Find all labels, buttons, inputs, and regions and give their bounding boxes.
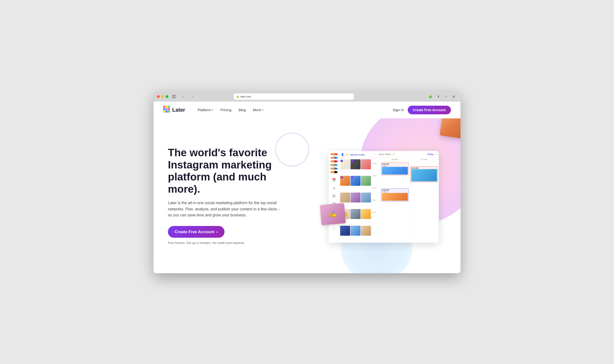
show-filters-text[interactable]: Show Filters: [379, 153, 391, 155]
app-panel: IG f P: [329, 151, 439, 243]
sidebar-instagram[interactable]: IG: [330, 153, 338, 155]
next-week-button[interactable]: ›: [436, 153, 437, 156]
platform-nav-item[interactable]: Platform ▾: [195, 106, 216, 114]
sidebar-pinterest[interactable]: P: [330, 160, 338, 162]
media-header: Upload media: [339, 151, 372, 158]
sidebar-twitter[interactable]: t: [330, 164, 338, 166]
grid-icon-btn[interactable]: ⊞: [330, 184, 338, 192]
tabs-button[interactable]: ⊞: [450, 94, 457, 99]
media-thumb-6[interactable]: [361, 176, 371, 186]
media-thumb-13[interactable]: [340, 225, 350, 235]
media-thumb-12[interactable]: [361, 209, 371, 219]
time-2pm: 2PM: [372, 211, 380, 223]
logo-icon: [163, 106, 172, 114]
url-text: later.com: [241, 95, 251, 98]
sidebar-tiktok[interactable]: ♪: [330, 171, 338, 173]
prev-week-button[interactable]: ‹: [435, 153, 436, 156]
minimize-button[interactable]: [161, 95, 164, 98]
filter-icon[interactable]: ⚡: [392, 153, 395, 156]
media-thumb-8[interactable]: [350, 192, 360, 203]
calendar-navigation: ‹ ›: [435, 153, 437, 156]
calendar-event-1[interactable]: 10:00 AM ↺ Auto: [381, 162, 409, 175]
media-thumb-7[interactable]: [340, 192, 350, 203]
event-image-3: [382, 193, 408, 201]
hero-cta-arrow-icon: ›: [216, 229, 218, 234]
hero-cta-button[interactable]: Create Free Account ›: [168, 226, 224, 238]
monday-header: 28 MON: [380, 158, 409, 161]
svg-rect-9: [165, 110, 168, 113]
nav-cta-button[interactable]: Create Free Account: [408, 106, 451, 114]
tiktok-overlay-icon: ♪: [334, 171, 338, 173]
check-icon-btn[interactable]: ✓: [330, 225, 338, 233]
media-thumb-15[interactable]: [361, 225, 371, 235]
media-thumb-3[interactable]: [361, 159, 371, 169]
more-chevron: ▾: [262, 109, 263, 111]
upload-media-text: Upload media: [350, 153, 365, 156]
selected-badge: ✓: [351, 160, 353, 162]
media-thumb-9[interactable]: [361, 192, 371, 203]
image-icon-btn[interactable]: 🖼: [330, 192, 338, 200]
auto-icon-1: ↺: [382, 165, 383, 167]
share-button[interactable]: ⬆: [435, 94, 442, 99]
auto-icon-3: ↺: [382, 191, 383, 193]
linkedin-overlay-icon: in: [334, 167, 338, 170]
selected-badge: ✓: [351, 176, 353, 179]
calendar-days: 28 MON 10:00 AM ↺ Auto: [380, 158, 439, 243]
sidebar-linkedin[interactable]: in: [330, 167, 338, 170]
logo-text: Later: [172, 107, 185, 113]
svg-rect-4: [168, 106, 170, 108]
tuesday-header: 29 TUE: [410, 158, 439, 161]
calendar-header: ☆ Show Filters ⚡ Today ‹ ›: [372, 151, 439, 158]
maximize-button[interactable]: [165, 95, 168, 98]
blog-label: Blog: [239, 108, 246, 112]
lock-icon: 🔒: [236, 95, 239, 98]
media-thumb-5[interactable]: ✓: [350, 176, 360, 186]
calendar-event-3[interactable]: 12:35 PM ↺ Auto: [381, 188, 409, 201]
svg-marker-11: [346, 153, 348, 156]
calendar-panel: ☆ Show Filters ⚡ Today ‹ ›: [372, 151, 439, 243]
event-image-1: [382, 167, 408, 174]
more-nav-item[interactable]: More ▾: [250, 106, 266, 114]
selected-badge: ✓: [341, 160, 343, 162]
twitter-overlay-icon: t: [334, 164, 338, 166]
forward-button[interactable]: ›: [189, 94, 196, 99]
nav-right: Sign In Create Free Account: [393, 106, 451, 114]
event-time-2: 11:00 AM: [411, 167, 437, 169]
logo-link[interactable]: Later: [163, 106, 185, 114]
browser-toolbar: ‹ › 🔒 later.com 🧩 ⬆ + ⊞: [153, 91, 461, 102]
close-button[interactable]: [157, 95, 160, 98]
extensions-button[interactable]: 🧩: [427, 94, 434, 99]
more-options-btn[interactable]: ···: [330, 233, 338, 241]
media-thumb-4[interactable]: ✓: [340, 176, 350, 186]
platform-chevron: ▾: [212, 109, 213, 111]
favorite-star-button[interactable]: ☆: [374, 152, 377, 156]
tuesday-column: 29 TUE 11:00 AM: [410, 158, 439, 243]
sidebar-facebook[interactable]: f: [330, 156, 338, 159]
dropbox-icon: [341, 153, 344, 156]
media-thumb-14[interactable]: [350, 225, 360, 235]
media-thumb-2[interactable]: ✓: [350, 159, 360, 169]
back-button[interactable]: ‹: [180, 94, 187, 99]
media-thumb-1[interactable]: ✓: [340, 159, 350, 169]
hero-cta-label: Create Free Account: [175, 230, 214, 234]
signin-button[interactable]: Sign In: [393, 108, 404, 112]
event-time-1: 10:00 AM: [382, 163, 408, 165]
traffic-lights: [157, 95, 168, 98]
calendar-event-2[interactable]: 11:00 AM: [410, 166, 438, 182]
svg-rect-5: [163, 108, 165, 110]
blog-nav-item[interactable]: Blog: [236, 106, 249, 114]
media-thumb-11[interactable]: [350, 209, 360, 219]
decorative-orange-photo: [440, 118, 461, 140]
event-time-3: 12:35 PM: [382, 189, 408, 191]
sidebar-toggle-button[interactable]: [171, 94, 177, 99]
time-11am: 11AM: [372, 174, 380, 186]
pricing-nav-item[interactable]: Pricing: [218, 106, 234, 114]
svg-rect-6: [165, 108, 168, 110]
today-button[interactable]: Today: [427, 153, 434, 155]
hero-right: IG f P: [307, 118, 461, 273]
app-sidebar: IG f P: [329, 151, 339, 243]
calendar-icon-btn[interactable]: 📅: [330, 176, 338, 183]
pinterest-overlay-icon: P: [334, 160, 338, 162]
address-bar[interactable]: 🔒 later.com: [234, 93, 354, 100]
new-tab-button[interactable]: +: [443, 94, 450, 99]
